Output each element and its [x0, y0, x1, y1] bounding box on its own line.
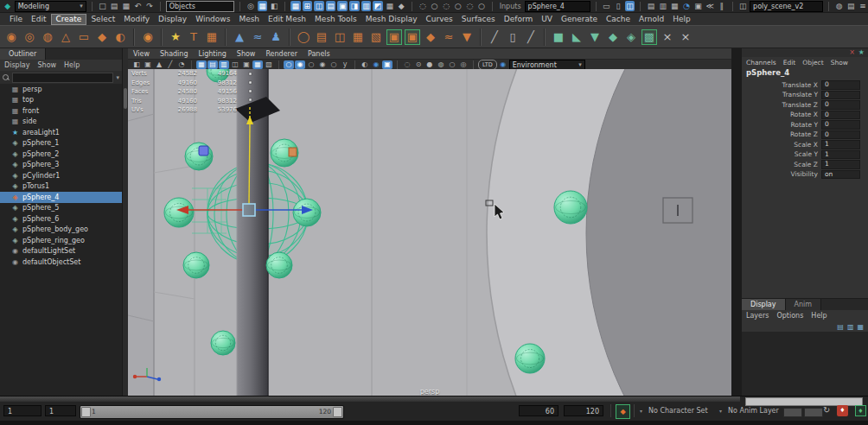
- new-layer-from-selected-icon[interactable]: ▥: [847, 323, 854, 331]
- menu-edit[interactable]: Edit: [27, 14, 50, 25]
- outliner-menu-help[interactable]: Help: [64, 61, 80, 69]
- outliner-item-pSphere_ring_geo[interactable]: ◈pSphere_ring_geo: [0, 235, 122, 246]
- clip-editor-icon[interactable]: ▦: [669, 1, 680, 11]
- history-toggle-icon[interactable]: ▦: [385, 1, 395, 11]
- outliner-item-pCylinder1[interactable]: ◈pCylinder1: [0, 170, 122, 181]
- vp-anti-aliasing-icon[interactable]: ◉: [371, 60, 381, 69]
- shelf-svg-icon[interactable]: ▦: [204, 29, 220, 45]
- shelf-mirror-icon[interactable]: ▣: [386, 29, 402, 45]
- cb-speed-control-icon[interactable]: ★: [858, 48, 865, 57]
- channel-value-field[interactable]: 0: [821, 130, 860, 140]
- range-end-handle[interactable]: [333, 407, 342, 417]
- open-scene-icon[interactable]: ▤: [109, 1, 119, 11]
- panel-toggle-icon[interactable]: ◫: [737, 1, 748, 11]
- channel-value-field[interactable]: 0: [821, 120, 860, 130]
- snap-grid-icon[interactable]: ▦: [290, 1, 301, 11]
- vp-view-transform-icon[interactable]: ▥: [219, 60, 229, 69]
- green-sphere-3[interactable]: [164, 198, 194, 227]
- set-key-icon[interactable]: ◆: [616, 404, 630, 419]
- shelf-poly-plane-icon[interactable]: ◆: [94, 29, 110, 45]
- channel-menu-edit[interactable]: Edit: [783, 59, 796, 67]
- playback-speed-button[interactable]: [783, 408, 802, 417]
- menu-create[interactable]: Create: [51, 14, 87, 25]
- snap-view-plane-icon[interactable]: ▣: [337, 1, 348, 11]
- outliner-item-side[interactable]: ▦side: [0, 117, 122, 128]
- menu-set-selector[interactable]: Modeling▾: [15, 1, 86, 12]
- vp-resolution-gate-icon[interactable]: ▣: [241, 60, 252, 69]
- workspace-input[interactable]: poly_scene_v2: [750, 1, 823, 12]
- shelf-pencil-curve-icon[interactable]: ≈: [250, 29, 265, 45]
- vp-select-camera-icon[interactable]: ◧: [131, 60, 142, 69]
- vp-film-gate-icon[interactable]: ◫: [230, 60, 240, 69]
- outliner-item-pSphere_6[interactable]: ◈pSphere_6: [0, 213, 122, 225]
- shelf-scissors-icon[interactable]: ×: [678, 29, 693, 45]
- menu-select[interactable]: Select: [86, 14, 119, 25]
- vp-textured-icon[interactable]: ○: [306, 60, 316, 69]
- shelf-character-icon[interactable]: ♟: [268, 29, 284, 45]
- menu-modify[interactable]: Modify: [119, 14, 154, 25]
- scrollbar-thumb[interactable]: [124, 88, 127, 109]
- range-start-handle[interactable]: [81, 407, 91, 417]
- menu-uv[interactable]: UV: [537, 14, 557, 25]
- vp-exposure-icon[interactable]: ●: [424, 60, 435, 69]
- shelf-quad-draw-icon[interactable]: ■: [551, 29, 566, 45]
- outliner-item-pSphere_4[interactable]: ◈pSphere_4: [0, 192, 122, 203]
- outliner-item-defaultLightSet[interactable]: ◉defaultLightSet: [0, 246, 122, 257]
- channel-value-field[interactable]: 0: [821, 80, 860, 90]
- shelf-smooth-brush-icon[interactable]: ▼: [587, 29, 603, 45]
- snap-curve-icon[interactable]: ⊞: [303, 1, 313, 11]
- select-by-component-icon[interactable]: ◧: [269, 1, 279, 11]
- menu-arnold[interactable]: Arnold: [635, 14, 668, 25]
- layer-tab-display[interactable]: Display: [742, 299, 786, 310]
- vp-oversampling-icon[interactable]: ▤: [207, 60, 218, 69]
- anim-end-field[interactable]: 120: [564, 405, 603, 416]
- shelf-bridge-icon[interactable]: ≈: [441, 29, 456, 45]
- content-browser-icon[interactable]: ◍: [834, 1, 845, 11]
- shelf-poly-disc-icon[interactable]: ◐: [112, 29, 128, 45]
- range-slider[interactable]: 1 120: [80, 405, 344, 419]
- vp-wireframe-on-shaded-icon[interactable]: ○: [447, 60, 457, 69]
- shelf-boolean-icon[interactable]: ▦: [350, 29, 366, 45]
- green-sphere-9[interactable]: [554, 191, 587, 224]
- menu-generate[interactable]: Generate: [557, 14, 602, 25]
- vp-screen-space-ao-icon[interactable]: y: [340, 60, 350, 69]
- vp-camera-attributes-icon[interactable]: ▲: [154, 60, 164, 69]
- vp-2d-pan-zoom-icon[interactable]: ▦: [196, 60, 207, 69]
- menu-file[interactable]: File: [5, 14, 27, 25]
- select-by-hierarchy-icon[interactable]: ◎: [246, 1, 256, 11]
- loop-mode-button[interactable]: [804, 408, 823, 417]
- vp-motion-blur-icon[interactable]: ◐: [360, 60, 370, 69]
- shelf-smooth-icon[interactable]: ▧: [368, 29, 384, 45]
- undo-icon[interactable]: ↶: [133, 1, 144, 11]
- refresh-icon[interactable]: ↻: [823, 405, 830, 415]
- layer-menu-options[interactable]: Options: [776, 312, 803, 320]
- channel-value-field[interactable]: 0: [821, 100, 860, 110]
- menu-help[interactable]: Help: [668, 14, 695, 25]
- channel-value-field[interactable]: 0: [821, 91, 860, 100]
- menu-deform[interactable]: Deform: [500, 14, 537, 25]
- outliner-item-defaultObjectSet[interactable]: ◉defaultObjectSet: [0, 257, 122, 268]
- start-frame-field[interactable]: 1: [45, 405, 76, 416]
- channel-menu-object[interactable]: Object: [802, 59, 823, 67]
- paint-effects-icon[interactable]: ○: [476, 1, 487, 11]
- vp-xray-joints-icon[interactable]: ⊙: [413, 60, 424, 69]
- tool-settings-icon[interactable]: ▤: [846, 1, 857, 11]
- tab-outliner[interactable]: Outliner: [0, 48, 46, 60]
- light-editor-icon[interactable]: ◌: [465, 1, 475, 11]
- menu-windows[interactable]: Windows: [191, 14, 234, 25]
- time-slider-strip[interactable]: [0, 396, 740, 402]
- character-set-dropdown[interactable]: No Character Set: [648, 407, 708, 415]
- outliner-search-input[interactable]: [12, 73, 113, 83]
- snap-normal-icon[interactable]: ▥: [361, 1, 372, 11]
- shelf-poly-cube-icon[interactable]: ▭: [76, 29, 92, 45]
- playback-end-field[interactable]: 60: [519, 405, 558, 416]
- vp-isolate-select-icon[interactable]: ▣: [382, 60, 393, 69]
- sequencer-icon[interactable]: ▥: [658, 1, 668, 11]
- channel-value-field[interactable]: on: [821, 170, 860, 180]
- select-by-object-icon[interactable]: ▦: [258, 1, 268, 11]
- anim-layer-caret-icon[interactable]: ▾: [719, 408, 722, 414]
- snap-center-icon[interactable]: ◨: [349, 1, 360, 11]
- shelf-bevel-icon[interactable]: ◆: [423, 29, 438, 45]
- viewport-menu-shading[interactable]: Shading: [160, 50, 188, 58]
- shelf-extract-icon[interactable]: ◫: [332, 29, 348, 45]
